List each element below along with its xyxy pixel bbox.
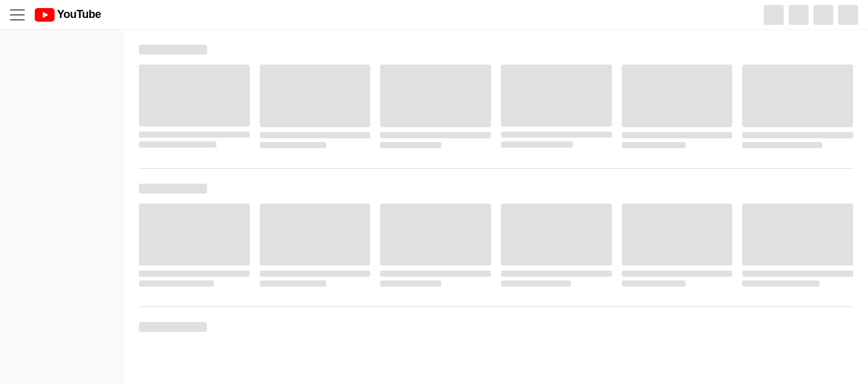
video-thumbnail bbox=[742, 65, 853, 127]
video-title-skeleton bbox=[139, 132, 250, 138]
video-card bbox=[260, 203, 371, 287]
section-3 bbox=[139, 322, 853, 332]
hamburger-icon[interactable] bbox=[10, 9, 25, 20]
video-meta-skeleton bbox=[139, 141, 216, 148]
video-thumbnail bbox=[501, 65, 612, 127]
video-thumbnail bbox=[380, 203, 491, 266]
section-2-header bbox=[139, 184, 207, 194]
video-title-skeleton bbox=[622, 132, 733, 138]
video-title-skeleton bbox=[380, 132, 491, 138]
section-divider-1 bbox=[139, 168, 853, 169]
video-info bbox=[380, 270, 491, 287]
header-right bbox=[764, 5, 858, 25]
video-meta-skeleton bbox=[380, 142, 441, 148]
video-card bbox=[742, 203, 853, 287]
youtube-logo-text: YouTube bbox=[57, 8, 101, 21]
video-meta-skeleton bbox=[501, 141, 573, 148]
video-thumbnail bbox=[139, 203, 250, 266]
video-card bbox=[139, 203, 250, 287]
video-title-skeleton bbox=[260, 132, 371, 138]
video-meta-skeleton bbox=[260, 142, 326, 148]
video-title-skeleton bbox=[622, 270, 733, 277]
video-thumbnail bbox=[501, 203, 612, 266]
video-meta-skeleton bbox=[742, 280, 820, 287]
logo-container[interactable]: YouTube bbox=[35, 8, 101, 22]
youtube-icon bbox=[35, 8, 55, 22]
section-1-grid bbox=[139, 65, 853, 148]
video-title-skeleton bbox=[260, 270, 371, 277]
video-info bbox=[260, 132, 371, 148]
video-info bbox=[139, 132, 250, 148]
video-card bbox=[622, 203, 733, 287]
video-info bbox=[622, 132, 733, 148]
video-thumbnail bbox=[380, 65, 491, 127]
layout bbox=[0, 30, 868, 384]
main-content bbox=[124, 30, 868, 384]
video-thumbnail bbox=[622, 203, 733, 266]
header-left: YouTube bbox=[10, 8, 101, 22]
video-title-skeleton bbox=[742, 270, 853, 277]
video-thumbnail bbox=[260, 65, 371, 127]
video-thumbnail bbox=[260, 203, 371, 266]
section-3-header bbox=[139, 322, 207, 332]
video-info bbox=[742, 270, 853, 287]
video-thumbnail bbox=[742, 203, 853, 266]
video-title-skeleton bbox=[501, 132, 612, 138]
avatar-3[interactable] bbox=[813, 5, 833, 25]
video-title-skeleton bbox=[139, 270, 250, 277]
video-card bbox=[380, 65, 491, 148]
video-info bbox=[380, 132, 491, 148]
avatar-2[interactable] bbox=[789, 5, 808, 25]
video-meta-skeleton bbox=[139, 280, 214, 287]
video-thumbnail bbox=[139, 65, 250, 127]
video-info bbox=[501, 270, 612, 287]
section-1-header bbox=[139, 45, 207, 55]
section-2 bbox=[139, 184, 853, 287]
video-info bbox=[622, 270, 733, 287]
video-info bbox=[139, 270, 250, 287]
video-card bbox=[622, 65, 733, 148]
video-title-skeleton bbox=[501, 270, 612, 277]
section-2-grid bbox=[139, 203, 853, 287]
avatar-4[interactable] bbox=[838, 5, 858, 25]
video-meta-skeleton bbox=[501, 280, 571, 287]
video-card bbox=[380, 203, 491, 287]
header: YouTube bbox=[0, 0, 868, 30]
video-meta-skeleton bbox=[622, 280, 686, 287]
section-1 bbox=[139, 45, 853, 148]
section-divider-2 bbox=[139, 306, 853, 307]
video-meta-skeleton bbox=[742, 142, 822, 148]
video-card bbox=[139, 65, 250, 148]
video-card bbox=[260, 65, 371, 148]
video-card bbox=[501, 65, 612, 148]
video-info bbox=[742, 132, 853, 148]
video-info bbox=[260, 270, 371, 287]
video-thumbnail bbox=[622, 65, 733, 127]
video-title-skeleton bbox=[742, 132, 853, 138]
avatar-1[interactable] bbox=[764, 5, 784, 25]
video-info bbox=[501, 132, 612, 148]
video-meta-skeleton bbox=[622, 142, 686, 148]
video-card bbox=[501, 203, 612, 287]
sidebar bbox=[0, 30, 124, 384]
video-card bbox=[742, 65, 853, 148]
video-meta-skeleton bbox=[380, 280, 441, 287]
video-meta-skeleton bbox=[260, 280, 326, 287]
video-title-skeleton bbox=[380, 270, 491, 277]
